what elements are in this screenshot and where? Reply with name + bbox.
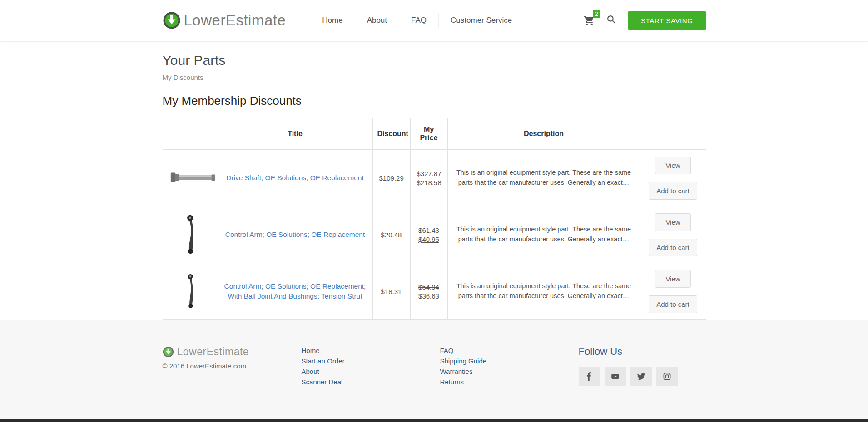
follow-us-title: Follow Us xyxy=(579,346,706,358)
product-description: This is an original equipment style part… xyxy=(447,263,640,320)
header-actions-column xyxy=(640,118,706,150)
header-image-column xyxy=(163,118,218,150)
main-nav: Home About FAQ Customer Service xyxy=(310,0,524,41)
product-image-link[interactable] xyxy=(169,181,217,189)
header-description: Description xyxy=(447,118,640,150)
view-button[interactable]: View xyxy=(655,157,690,174)
discount-value: $109.29 xyxy=(372,150,410,206)
control-arm-image xyxy=(183,214,198,254)
footer-link-home[interactable]: Home xyxy=(302,347,320,354)
control-arm-image xyxy=(184,271,197,311)
member-price: $36.63 xyxy=(417,292,441,300)
header-actions: 2 START SAVING xyxy=(584,11,705,30)
product-title-link[interactable]: Control Arm; OE Solutions; OE Replacemen… xyxy=(225,231,365,238)
main-content: Your Parts My Discounts My Membership Di… xyxy=(163,41,706,320)
copyright: © 2016 LowerEstimate.com xyxy=(163,362,302,370)
down-arrow-circle-icon xyxy=(163,11,181,29)
discounts-table: Title Discount My Price Description xyxy=(163,118,706,320)
nav-about[interactable]: About xyxy=(355,13,399,28)
nav-home[interactable]: Home xyxy=(310,13,354,28)
member-price: $218.58 xyxy=(417,179,441,186)
table-row: Control Arm; OE Solutions; OE Replacemen… xyxy=(163,263,706,320)
search-icon xyxy=(606,14,617,25)
table-row: Drive Shaft; OE Solutions; OE Replacemen… xyxy=(163,150,706,206)
original-price: $54.94 xyxy=(417,283,441,291)
footer-link-warranties[interactable]: Warranties xyxy=(440,368,473,375)
table-row: Control Arm; OE Solutions; OE Replacemen… xyxy=(163,206,706,263)
product-image-link[interactable] xyxy=(183,248,198,255)
facebook-button[interactable] xyxy=(579,367,600,386)
cart-count-badge: 2 xyxy=(593,10,600,18)
search-button[interactable] xyxy=(606,14,617,27)
header-my-price: My Price xyxy=(410,118,447,150)
footer-links-primary: Home Start an Order About Scanner Deal xyxy=(302,346,440,388)
facebook-icon xyxy=(585,372,594,381)
footer-logo[interactable]: LowerEstimate xyxy=(163,346,302,358)
twitter-button[interactable] xyxy=(630,367,652,386)
footer-link-returns[interactable]: Returns xyxy=(440,378,464,386)
breadcrumb: My Discounts xyxy=(163,74,706,81)
footer-link-start-an-order[interactable]: Start an Order xyxy=(302,357,345,365)
footer-brand-name: LowerEstimate xyxy=(177,346,249,358)
view-button[interactable]: View xyxy=(655,270,690,288)
youtube-icon xyxy=(611,372,620,381)
bottom-bar xyxy=(0,419,868,422)
footer-brand: LowerEstimate © 2016 LowerEstimate.com xyxy=(163,346,302,388)
drive-shaft-image xyxy=(169,167,217,187)
header-discount: Discount xyxy=(372,118,410,150)
original-price: $327.87 xyxy=(417,170,441,177)
instagram-icon xyxy=(663,372,671,381)
product-description: This is an original equipment style part… xyxy=(447,206,640,263)
add-to-cart-button[interactable]: Add to cart xyxy=(649,295,697,313)
footer-link-shipping-guide[interactable]: Shipping Guide xyxy=(440,357,487,365)
brand-logo[interactable]: LowerEstimate xyxy=(163,11,286,29)
down-arrow-circle-icon xyxy=(163,346,174,358)
site-footer: LowerEstimate © 2016 LowerEstimate.com H… xyxy=(0,320,868,419)
site-header: LowerEstimate Home About FAQ Customer Se… xyxy=(0,0,868,41)
footer-link-faq[interactable]: FAQ xyxy=(440,347,454,354)
instagram-button[interactable] xyxy=(656,367,678,386)
footer-follow-section: Follow Us xyxy=(579,346,706,388)
product-description: This is an original equipment style part… xyxy=(447,150,640,206)
view-button[interactable]: View xyxy=(655,213,690,231)
discount-value: $20.48 xyxy=(372,206,410,263)
start-saving-button[interactable]: START SAVING xyxy=(628,11,705,30)
header-title: Title xyxy=(218,118,372,150)
product-image-link[interactable] xyxy=(184,304,197,312)
cart-button[interactable]: 2 xyxy=(584,15,595,26)
footer-link-about[interactable]: About xyxy=(302,368,319,375)
twitter-icon xyxy=(637,372,645,381)
product-title-link[interactable]: Control Arm; OE Solutions; OE Replacemen… xyxy=(224,282,366,300)
section-title: My Membership Discounts xyxy=(163,94,706,108)
footer-link-scanner-deal[interactable]: Scanner Deal xyxy=(302,378,343,386)
nav-customer-service[interactable]: Customer Service xyxy=(438,13,524,28)
nav-faq[interactable]: FAQ xyxy=(399,13,438,28)
youtube-button[interactable] xyxy=(605,367,626,386)
member-price: $40.95 xyxy=(417,236,441,243)
product-title-link[interactable]: Drive Shaft; OE Solutions; OE Replacemen… xyxy=(226,174,363,182)
table-header-row: Title Discount My Price Description xyxy=(163,118,706,150)
footer-links-secondary: FAQ Shipping Guide Warranties Returns xyxy=(440,346,579,388)
page-title: Your Parts xyxy=(163,53,706,68)
original-price: $61.43 xyxy=(417,226,441,234)
add-to-cart-button[interactable]: Add to cart xyxy=(649,182,697,200)
brand-name: LowerEstimate xyxy=(184,12,286,29)
discount-value: $18.31 xyxy=(372,263,410,320)
add-to-cart-button[interactable]: Add to cart xyxy=(649,239,697,256)
